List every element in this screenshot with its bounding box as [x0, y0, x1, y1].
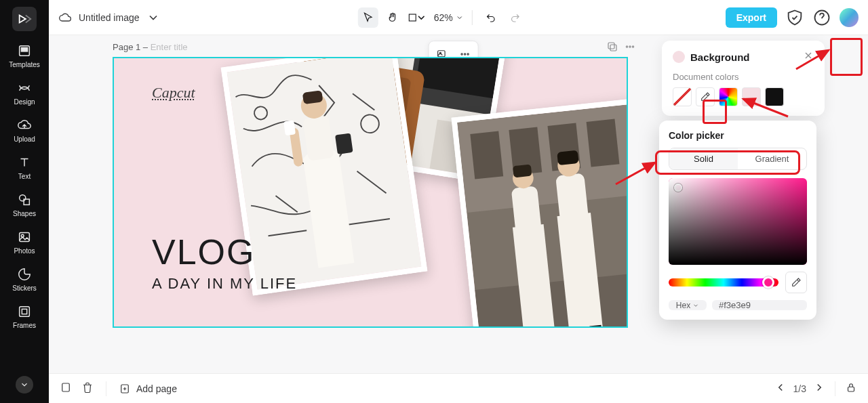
page-corner-tools — [606, 41, 636, 56]
svg-point-22 — [632, 46, 633, 47]
swatch-black[interactable] — [765, 87, 784, 106]
color-format-label: Hex — [676, 301, 690, 310]
design-canvas[interactable]: Capcut — [113, 57, 628, 328]
color-format-select[interactable]: Hex — [669, 300, 707, 310]
svg-rect-58 — [574, 326, 587, 328]
page-corner-more-button[interactable] — [624, 41, 636, 56]
app-logo[interactable] — [12, 7, 37, 31]
rail-item-frames[interactable]: Frames — [13, 304, 36, 329]
subheadline-text: A DAY IN MY LIFE — [152, 275, 297, 293]
hand-tool[interactable] — [382, 7, 403, 28]
svg-rect-39 — [283, 120, 296, 135]
rail-item-photos[interactable]: Photos — [14, 230, 35, 255]
svg-point-21 — [629, 46, 631, 47]
svg-rect-46 — [587, 119, 620, 167]
rail-item-upload[interactable]: Upload — [14, 118, 35, 143]
rail-more-button[interactable] — [16, 376, 33, 394]
add-page-icon — [119, 383, 131, 395]
headline-text: VLOG — [152, 232, 297, 272]
lock-button[interactable] — [845, 381, 857, 396]
rail-item-templates[interactable]: Templates — [9, 43, 40, 68]
swatch-eyedropper[interactable] — [696, 87, 715, 106]
document-color-swatches — [673, 87, 814, 106]
canvas-photo-couple[interactable] — [451, 98, 628, 328]
add-page-button[interactable]: Add page — [119, 383, 177, 395]
document-title[interactable]: Untitled image — [58, 11, 160, 24]
svg-rect-53 — [542, 327, 554, 328]
shield-icon[interactable] — [785, 8, 804, 27]
rail-item-shapes[interactable]: Shapes — [13, 192, 36, 217]
svg-rect-49 — [511, 186, 542, 234]
rail-label: Design — [14, 98, 35, 106]
export-button[interactable]: Export — [726, 7, 777, 28]
tab-solid[interactable]: Solid — [669, 148, 738, 169]
background-panel-title: Background — [690, 51, 797, 63]
cursor-tool[interactable] — [358, 7, 378, 28]
zoom-level[interactable]: 62% — [434, 12, 464, 23]
swatch-none[interactable] — [673, 87, 692, 106]
saturation-value-area[interactable] — [669, 178, 807, 265]
duplicate-page-button[interactable] — [606, 41, 618, 56]
page-label[interactable]: Page 1 – Enter title — [113, 42, 188, 52]
undo-button[interactable] — [481, 7, 501, 28]
frame-tool[interactable] — [407, 7, 427, 28]
svg-point-17 — [467, 54, 469, 55]
svg-rect-55 — [555, 173, 589, 222]
color-picker-title: Color picker — [669, 130, 807, 141]
user-avatar[interactable] — [840, 8, 859, 27]
rail-label: Photos — [14, 247, 35, 255]
pages-thumbnails-button[interactable] — [60, 381, 72, 396]
svg-rect-18 — [610, 45, 616, 51]
hue-cursor[interactable] — [762, 276, 774, 289]
rail-label: Upload — [14, 135, 35, 143]
document-colors-label: Document colors — [673, 72, 814, 82]
color-mode-segmented: Solid Gradient — [669, 148, 807, 170]
help-icon[interactable] — [812, 8, 831, 27]
topbar: Untitled image 62% Export — [49, 0, 868, 35]
svg-point-15 — [461, 54, 462, 55]
rail-item-stickers[interactable]: Stickers — [12, 267, 37, 292]
svg-rect-57 — [557, 150, 578, 165]
rail-label: Stickers — [12, 284, 37, 292]
close-panel-button[interactable] — [803, 50, 814, 64]
chevron-down-icon — [456, 14, 464, 22]
chevron-down-icon — [146, 11, 160, 24]
prev-page-button[interactable] — [774, 381, 787, 396]
rail-label: Text — [18, 173, 31, 180]
add-page-label: Add page — [136, 383, 177, 394]
svg-rect-7 — [22, 309, 26, 314]
swatch-pink[interactable] — [742, 87, 761, 106]
svg-rect-19 — [608, 43, 614, 49]
hue-slider[interactable] — [669, 278, 778, 287]
rail-label: Templates — [9, 61, 40, 68]
hex-value: #f3e3e9 — [719, 300, 751, 310]
svg-rect-66 — [848, 387, 854, 391]
tab-gradient[interactable]: Gradient — [738, 148, 806, 169]
delete-page-button[interactable] — [81, 381, 94, 396]
eyedropper-button[interactable] — [785, 272, 807, 293]
hex-input[interactable]: #f3e3e9 — [712, 300, 807, 310]
svg-rect-51 — [513, 164, 532, 177]
svg-point-2 — [20, 195, 26, 201]
canvas-top-tools: 62% — [358, 7, 526, 28]
page-title-placeholder: Enter title — [151, 42, 188, 52]
rail-label: Frames — [13, 322, 36, 329]
current-bg-swatch — [673, 51, 685, 63]
svg-point-16 — [464, 54, 465, 55]
redo-button[interactable] — [505, 7, 526, 28]
canvas-headline-group[interactable]: VLOG A DAY IN MY LIFE — [152, 232, 297, 293]
sv-cursor[interactable] — [674, 184, 682, 192]
svg-rect-43 — [470, 131, 503, 179]
eyedropper-icon — [700, 91, 711, 102]
rail-item-design[interactable]: Design — [14, 81, 35, 106]
bottombar: Add page 1/3 — [49, 373, 868, 403]
brand-text[interactable]: Capcut — [152, 84, 195, 102]
rail-label: Shapes — [13, 210, 36, 217]
next-page-button[interactable] — [813, 381, 825, 396]
svg-point-20 — [626, 46, 627, 47]
color-picker-popover: Color picker Solid Gradient Hex #f3e3e9 — [659, 121, 816, 320]
document-title-text: Untitled image — [79, 12, 140, 23]
page-indicator: 1/3 — [793, 383, 806, 394]
rail-item-text[interactable]: Text — [17, 155, 32, 180]
swatch-colorpicker[interactable] — [719, 87, 738, 106]
